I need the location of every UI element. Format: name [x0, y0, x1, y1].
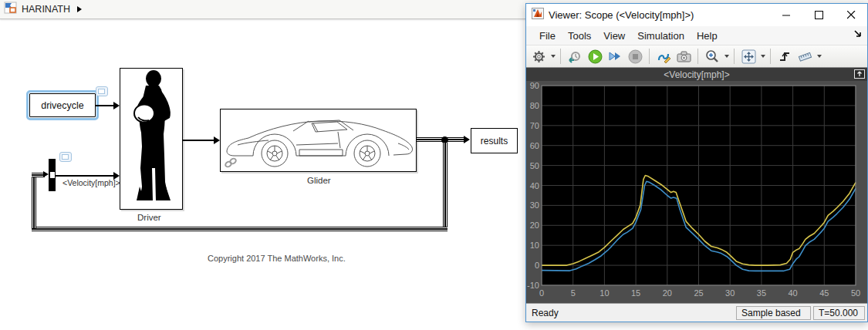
maximize-button[interactable] — [802, 4, 835, 26]
scope-menubar: FileToolsViewSimulationHelp — [526, 26, 867, 45]
arrowhead-icon — [113, 172, 120, 180]
svg-text:70: 70 — [530, 121, 539, 130]
plot-title-strip: <Velocity[mph]> — [526, 68, 867, 81]
bus-feedback-horizontal[interactable] — [32, 227, 448, 231]
close-button[interactable] — [835, 4, 867, 26]
svg-text:45: 45 — [819, 288, 829, 298]
zoom-in-icon[interactable] — [703, 47, 721, 66]
settings-gear-icon[interactable] — [529, 47, 548, 66]
signal-selector-icon[interactable] — [654, 47, 673, 66]
scope-toolbar — [526, 45, 867, 68]
svg-text:25: 25 — [694, 288, 703, 298]
wire-drivecycle-driver[interactable] — [96, 105, 115, 106]
wire-velocity-driver[interactable] — [56, 175, 115, 177]
scope-display-area: <Velocity[mph]> -10010203040506070809005… — [526, 68, 867, 303]
glider-car-image — [222, 111, 414, 170]
menu-item-tools[interactable]: Tools — [562, 28, 597, 44]
block-glider[interactable] — [220, 109, 417, 172]
svg-text:90: 90 — [530, 81, 539, 90]
run-button-icon[interactable] — [586, 47, 604, 66]
menu-item-simulation[interactable]: Simulation — [631, 28, 691, 44]
svg-text:60: 60 — [530, 141, 539, 150]
toolbar-separator — [770, 49, 771, 64]
svg-text:35: 35 — [757, 288, 766, 298]
wire-driver-glider[interactable] — [183, 140, 215, 141]
scope-statusbar: Ready Sample based T=50.000 — [526, 303, 867, 322]
bus-feedback-vertical-right[interactable] — [443, 143, 448, 227]
svg-text:5: 5 — [571, 288, 576, 298]
minimize-button[interactable] — [770, 4, 802, 26]
svg-text:20: 20 — [663, 288, 672, 298]
block-drivecycle-label: drivecycle — [41, 100, 84, 111]
svg-text:0: 0 — [535, 261, 539, 270]
bus-selector-port — [50, 172, 55, 178]
menu-item-view[interactable]: View — [597, 28, 631, 44]
library-link-icon — [225, 157, 237, 168]
plot-title: <Velocity[mph]> — [664, 69, 729, 80]
block-drivecycle[interactable]: drivecycle — [29, 93, 96, 117]
dock-arrow-icon[interactable] — [853, 29, 863, 41]
scope-window-title: Viewer: Scope (<Velocity[mph]>) — [549, 9, 770, 21]
block-results-label: results — [481, 136, 508, 146]
toolbar-separator — [734, 49, 735, 64]
bus-feedback-vertical-left[interactable] — [32, 177, 36, 228]
status-ready-text: Ready — [529, 308, 734, 318]
svg-text:40: 40 — [788, 288, 797, 298]
svg-text:40: 40 — [530, 181, 539, 190]
svg-text:50: 50 — [851, 288, 860, 298]
svg-text:50: 50 — [530, 161, 539, 170]
breadcrumb-caret-icon[interactable] — [77, 6, 82, 12]
scope-window-icon — [532, 8, 544, 22]
menu-item-file[interactable]: File — [533, 28, 562, 44]
block-driver-caption: Driver — [137, 213, 161, 222]
velocity-signal-label: <Velocity[mph]> — [62, 178, 120, 187]
svg-text:20: 20 — [530, 221, 539, 230]
block-results[interactable]: results — [471, 128, 518, 153]
zoom-dropdown-caret[interactable] — [724, 55, 729, 58]
block-driver[interactable] — [120, 68, 183, 210]
svg-text:30: 30 — [725, 288, 735, 298]
settings-dropdown-caret[interactable] — [551, 55, 556, 58]
scope-viewer-window: Viewer: Scope (<Velocity[mph]>) FileTool… — [525, 3, 868, 322]
arrowhead-icon — [113, 102, 120, 109]
svg-text:-10: -10 — [527, 281, 539, 290]
scope-titlebar[interactable]: Viewer: Scope (<Velocity[mph]>) — [526, 4, 867, 26]
pan-fit-icon[interactable] — [739, 47, 758, 66]
step-forward-icon[interactable] — [606, 47, 624, 66]
measurements-ruler-icon[interactable] — [795, 47, 814, 66]
snapshot-camera-icon[interactable] — [674, 47, 693, 66]
driver-silhouette-image — [121, 69, 181, 208]
viewer-badge-icon[interactable] — [59, 152, 72, 162]
restore-axes-icon[interactable] — [854, 69, 865, 79]
pan-dropdown-caret[interactable] — [761, 55, 765, 58]
svg-text:10: 10 — [530, 241, 539, 250]
step-back-icon[interactable] — [566, 47, 584, 66]
stop-button-icon[interactable] — [626, 47, 644, 66]
toolbar-separator — [560, 49, 561, 64]
svg-text:15: 15 — [631, 288, 640, 298]
measurements-dropdown-caret[interactable] — [817, 55, 822, 58]
copyright-text: Copyright 2017 The MathWorks, Inc. — [208, 254, 346, 263]
arrowhead-icon — [43, 171, 49, 177]
arrowhead-icon — [464, 136, 470, 143]
status-sample-mode: Sample based — [736, 306, 811, 320]
toolbar-separator — [697, 49, 698, 64]
arrowhead-icon — [214, 136, 220, 144]
toolbar-separator — [649, 49, 650, 64]
svg-text:30: 30 — [530, 200, 539, 210]
block-glider-caption: Glider — [307, 176, 331, 185]
viewer-badge-icon[interactable] — [96, 86, 108, 96]
svg-text:10: 10 — [599, 288, 609, 298]
svg-text:0: 0 — [539, 288, 544, 298]
scope-plot-svg[interactable]: -100102030405060708090051015202530354045… — [526, 81, 867, 302]
model-icon — [4, 2, 17, 17]
breadcrumb-model-name[interactable]: HARINATH — [22, 4, 70, 15]
status-sim-time: T=50.000 — [813, 306, 865, 320]
menu-item-help[interactable]: Help — [691, 28, 724, 44]
trigger-icon[interactable] — [775, 47, 794, 66]
svg-text:80: 80 — [530, 101, 539, 110]
